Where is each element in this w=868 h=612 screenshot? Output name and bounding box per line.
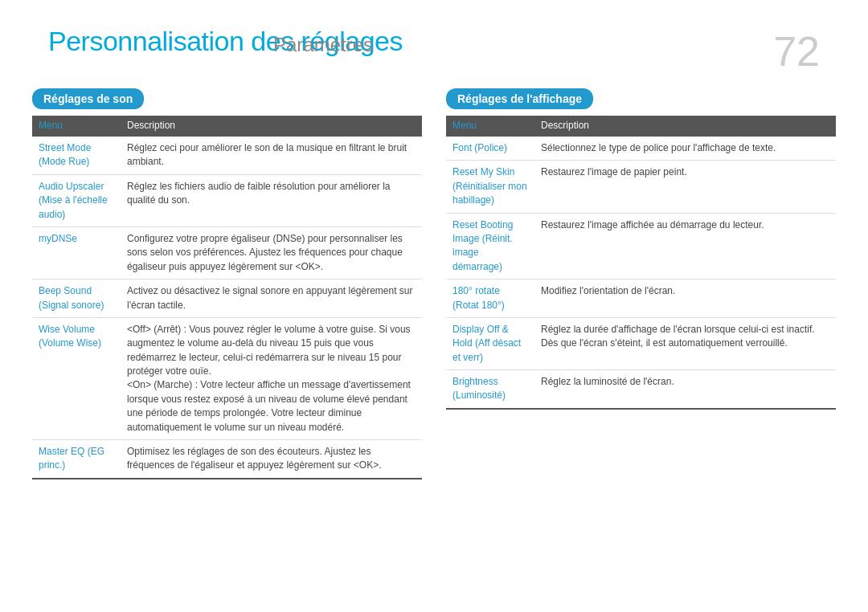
desc-cell: Activez ou désactivez le signal sonore e…: [121, 279, 422, 318]
menu-cell: myDNSe: [32, 226, 121, 279]
menu-cell: 180° rotate (Rotat 180°): [446, 279, 534, 318]
left-col-desc: Description: [121, 116, 422, 136]
menu-cell: Master EQ (EG princ.): [32, 440, 121, 479]
menu-cell: Beep Sound (Signal sonore): [32, 279, 121, 318]
table-row: Display Off & Hold (Aff désact et verr)R…: [446, 317, 836, 369]
menu-cell: Font (Police): [446, 136, 534, 161]
desc-cell: Réglez la luminosité de l'écran.: [534, 370, 836, 409]
desc-cell: Modifiez l'orientation de l'écran.: [534, 279, 836, 318]
table-row: 180° rotate (Rotat 180°)Modifiez l'orien…: [446, 279, 836, 318]
desc-cell: Réglez ceci pour améliorer le son de la …: [121, 136, 422, 174]
right-section-header: Réglages de l'affichage: [446, 88, 593, 109]
table-row: Master EQ (EG princ.)Optimisez les régla…: [32, 440, 422, 479]
desc-cell: Réglez la durée d'affichage de l'écran l…: [534, 317, 836, 369]
desc-cell: Sélectionnez le type de police pour l'af…: [534, 136, 836, 161]
page-number: 72: [773, 31, 820, 72]
table-row: myDNSeConfigurez votre propre égaliseur …: [32, 226, 422, 279]
desc-cell: Configurez votre propre égaliseur (DNSe)…: [121, 226, 422, 279]
desc-cell: Réglez les fichiers audio de faible réso…: [121, 174, 422, 226]
table-row: Brightness (Luminosité)Réglez la luminos…: [446, 370, 836, 409]
desc-cell: <Off> (Arrêt) : Vous pouvez régler le vo…: [121, 317, 422, 439]
table-row: Beep Sound (Signal sonore)Activez ou dés…: [32, 279, 422, 318]
menu-cell: Reset My Skin (Réinitialiser mon habilla…: [446, 161, 534, 213]
right-col-desc: Description: [534, 116, 836, 136]
table-row: Reset My Skin (Réinitialiser mon habilla…: [446, 161, 836, 213]
menu-cell: Brightness (Luminosité): [446, 370, 534, 409]
desc-cell: Restaurez l'image affichée au démarrage …: [534, 213, 836, 279]
menu-cell: Audio Upscaler (Mise à l'échelle audio): [32, 174, 121, 226]
table-row: Reset Booting Image (Réinit. image démar…: [446, 213, 836, 279]
table-row: Font (Police)Sélectionnez le type de pol…: [446, 136, 836, 161]
left-section: Réglages de son Menu Description Street …: [32, 88, 422, 596]
desc-cell: Optimisez les réglages de son des écoute…: [121, 440, 422, 479]
left-section-header: Réglages de son: [32, 88, 144, 109]
left-table: Menu Description Street Mode (Mode Rue)R…: [32, 116, 422, 479]
right-col-menu: Menu: [446, 116, 534, 136]
right-table: Menu Description Font (Police)Sélectionn…: [446, 116, 836, 410]
table-row: Wise Volume (Volume Wise)<Off> (Arrêt) :…: [32, 317, 422, 439]
right-section: Réglages de l'affichage Menu Description…: [446, 88, 836, 596]
menu-cell: Display Off & Hold (Aff désact et verr): [446, 317, 534, 369]
menu-cell: Reset Booting Image (Réinit. image démar…: [446, 213, 534, 279]
page-subtitle: Paramètres: [273, 34, 373, 56]
desc-cell: Restaurez l'image de papier peint.: [534, 161, 836, 213]
table-row: Street Mode (Mode Rue)Réglez ceci pour a…: [32, 136, 422, 174]
menu-cell: Wise Volume (Volume Wise): [32, 317, 121, 439]
table-row: Audio Upscaler (Mise à l'échelle audio)R…: [32, 174, 422, 226]
left-col-menu: Menu: [32, 116, 121, 136]
menu-cell: Street Mode (Mode Rue): [32, 136, 121, 174]
